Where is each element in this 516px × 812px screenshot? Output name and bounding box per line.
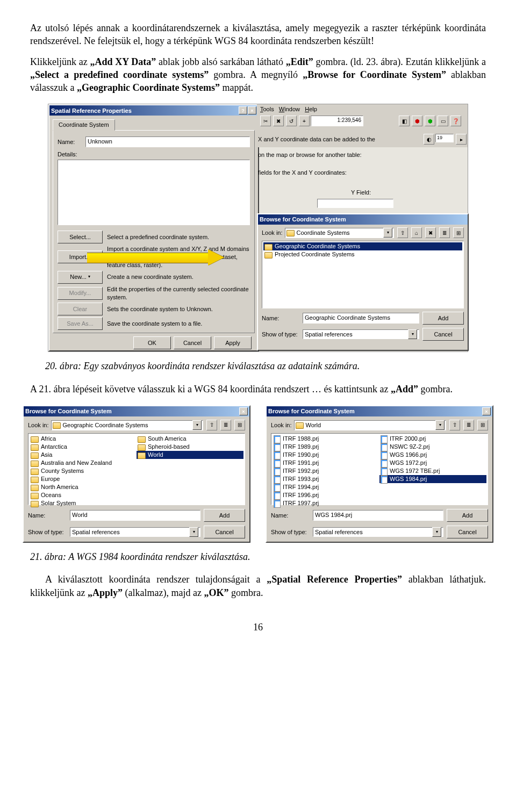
list-item[interactable]: Oceans <box>30 491 137 499</box>
lookin-field[interactable]: World▾ <box>294 420 446 430</box>
lookin-field[interactable]: Coordinate Systems ▾ <box>285 228 394 238</box>
list-item[interactable]: County Systems <box>30 467 137 475</box>
cancel-button[interactable]: Cancel <box>422 328 464 341</box>
up-icon[interactable]: ⇧ <box>449 420 460 430</box>
list-item[interactable]: ITRF 1997.prj <box>273 499 379 507</box>
bfcs-titlebar: Browse for Coordinate System <box>258 214 468 225</box>
help-icon[interactable]: ? <box>239 106 247 114</box>
tool-icon[interactable]: ◧ <box>399 116 410 126</box>
details-view-icon[interactable]: ⊞ <box>453 227 464 238</box>
help-icon[interactable]: ❓ <box>450 116 461 126</box>
folder-icon <box>264 252 273 258</box>
tab-coordinate-system[interactable]: Coordinate System <box>53 119 115 131</box>
list-item[interactable]: NSWC 9Z-2.prj <box>379 443 486 451</box>
list-item[interactable]: Australia and New Zealand <box>30 459 137 467</box>
list-view-icon[interactable]: ≣ <box>463 420 474 430</box>
list-item[interactable]: ITRF 1991.prj <box>273 459 379 467</box>
file-list[interactable]: ITRF 1988.prjITRF 1989.prjITRF 1990.prjI… <box>271 433 488 505</box>
up-icon[interactable]: ⇧ <box>397 227 408 238</box>
list-item[interactable]: WGS 1972.prj <box>379 459 486 467</box>
add-button[interactable]: Add <box>422 312 464 325</box>
close-icon[interactable]: × <box>239 407 248 415</box>
cancel-button[interactable]: Cancel <box>204 526 245 538</box>
list-item[interactable]: Europe <box>30 475 137 483</box>
list-item[interactable]: Spheroid-based <box>137 443 243 451</box>
tool-icon[interactable]: ⬢ <box>425 116 435 126</box>
folder-list[interactable]: AfricaAntarcticaAsiaAustralia and New Ze… <box>28 433 245 505</box>
list-item[interactable]: ITRF 1992.prj <box>273 467 379 475</box>
browse-dialog-world: Browse for Coordinate System× Look in: W… <box>266 405 493 543</box>
chevron-down-icon[interactable]: ▾ <box>408 329 417 339</box>
list-item[interactable]: Antarctica <box>30 443 137 451</box>
list-item[interactable]: North America <box>30 483 137 491</box>
list-item[interactable]: ITRF 1996.prj <box>273 491 379 499</box>
list-view-icon[interactable]: ≣ <box>439 227 450 238</box>
tool-icon[interactable]: ◐ <box>424 134 434 145</box>
tool-icon[interactable]: ▸ <box>456 134 467 145</box>
caption-20: 20. ábra: Egy szabványos koordináta rend… <box>30 360 486 372</box>
apply-button[interactable]: Apply <box>214 336 252 349</box>
tool-icon[interactable]: ✂ <box>260 116 271 126</box>
details-label: Details: <box>58 150 250 159</box>
list-item[interactable]: WGS 1984.prj <box>379 475 486 483</box>
tool-icon[interactable]: ⬢ <box>412 116 422 126</box>
name-field[interactable]: WGS 1984.prj <box>313 510 443 521</box>
scale-field[interactable]: 1:239,546 <box>311 116 363 126</box>
xy-hint: X and Y coordinate data can be added to … <box>258 135 382 159</box>
folder-icon <box>31 452 39 459</box>
list-item[interactable]: ITRF 1990.prj <box>273 451 379 459</box>
list-item[interactable]: ITRF 1994.prj <box>273 483 379 491</box>
show-field[interactable]: Spatial references▾ <box>303 329 419 339</box>
name-field[interactable]: Unknown <box>85 136 250 147</box>
list-item[interactable]: ITRF 1993.prj <box>273 475 379 483</box>
folder-list[interactable]: Geographic Coordinate Systems Projected … <box>262 241 464 308</box>
list-item[interactable]: World <box>137 451 243 459</box>
chevron-down-icon[interactable]: ▾ <box>192 420 202 430</box>
tool-icon[interactable]: ▭ <box>438 116 448 126</box>
show-field[interactable]: Spatial references▾ <box>70 527 200 537</box>
list-item[interactable]: ITRF 2000.prj <box>379 435 486 443</box>
ok-button[interactable]: OK <box>133 336 171 349</box>
details-view-icon[interactable]: ⊞ <box>477 420 488 430</box>
folder-icon <box>31 477 39 483</box>
name-label: Name: <box>262 314 299 322</box>
list-item[interactable]: ITRF 1988.prj <box>273 435 379 443</box>
list-item[interactable]: WGS 1972 TBE.prj <box>379 467 486 475</box>
list-item[interactable]: Asia <box>30 451 137 459</box>
list-item[interactable]: South America <box>137 435 243 443</box>
list-item[interactable]: Africa <box>30 435 137 443</box>
tool-icon[interactable]: ✖ <box>273 116 284 126</box>
lookin-field[interactable]: Geographic Coordinate Systems▾ <box>51 420 203 430</box>
list-item-selected[interactable]: Geographic Coordinate Systems <box>263 242 462 250</box>
chevron-down-icon[interactable]: ▾ <box>189 527 198 537</box>
paragraph-2: Klikkeljünk az „Add XY Data” ablak jobb … <box>30 55 486 95</box>
name-field[interactable]: World <box>70 510 200 521</box>
name-field[interactable]: Geographic Coordinate Systems <box>303 313 419 324</box>
chevron-down-icon[interactable]: ▾ <box>383 228 392 238</box>
cancel-button[interactable]: Cancel <box>447 526 488 538</box>
cancel-button[interactable]: Cancel <box>174 336 211 349</box>
list-item[interactable]: Solar System <box>30 499 137 507</box>
up-icon[interactable]: ⇧ <box>206 420 217 430</box>
file-icon <box>274 492 281 500</box>
details-box[interactable] <box>58 160 250 225</box>
close-icon[interactable]: × <box>248 106 256 114</box>
add-button[interactable]: Add <box>204 509 245 522</box>
tool-icon[interactable]: ✖ <box>425 227 436 238</box>
list-item[interactable]: WGS 1966.prj <box>379 451 486 459</box>
details-view-icon[interactable]: ⊞ <box>234 420 245 430</box>
show-field[interactable]: Spatial references▾ <box>313 527 443 537</box>
tool-icon[interactable]: + <box>299 116 310 126</box>
list-item[interactable]: Projected Coordinate Systems <box>263 250 462 258</box>
new-button[interactable]: New...▾ <box>58 271 103 284</box>
list-view-icon[interactable]: ≣ <box>220 420 231 430</box>
close-icon[interactable]: × <box>482 407 491 415</box>
app-menu[interactable]: Tools Window Help <box>257 104 468 114</box>
tool-icon[interactable]: ↺ <box>286 116 297 126</box>
select-button[interactable]: Select... <box>58 231 103 243</box>
chevron-down-icon[interactable]: ▾ <box>432 527 441 537</box>
tool-icon[interactable]: ⌂ <box>411 227 422 238</box>
add-button[interactable]: Add <box>447 509 488 522</box>
list-item[interactable]: ITRF 1989.prj <box>273 443 379 451</box>
chevron-down-icon[interactable]: ▾ <box>435 420 445 430</box>
